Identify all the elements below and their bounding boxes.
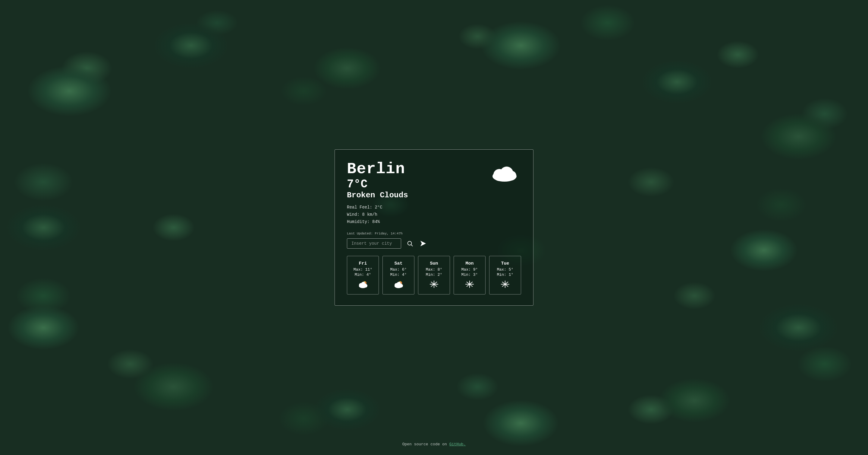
forecast-card-sat: Sat Max: 6° Min: 4° xyxy=(382,256,414,294)
forecast-icon-sun xyxy=(421,280,447,290)
forecast-icon-mon xyxy=(456,280,483,290)
forecast-max-tue: Max: 5° xyxy=(492,267,518,272)
forecast-min-sat: Min: 4° xyxy=(385,273,412,277)
location-icon xyxy=(420,240,427,247)
svg-point-18 xyxy=(400,282,402,284)
main-weather-icon xyxy=(488,161,521,190)
temperature: 7°C xyxy=(347,178,408,191)
forecast-card-fri: Fri Max: 11° Min: 4° xyxy=(347,256,379,294)
forecast-max-mon: Max: 9° xyxy=(456,267,483,272)
svg-point-3 xyxy=(507,171,516,180)
weather-info-left: Berlin 7°C Broken Clouds Real Feel: 2°C … xyxy=(347,161,408,226)
card-header: Berlin 7°C Broken Clouds Real Feel: 2°C … xyxy=(347,161,521,226)
forecast-grid: Fri Max: 11° Min: 4° Sat Max: 6° Min xyxy=(347,256,521,294)
search-row xyxy=(347,238,521,249)
forecast-icon-fri xyxy=(350,280,376,290)
forecast-min-tue: Min: 1° xyxy=(492,273,518,277)
weather-description: Broken Clouds xyxy=(347,191,408,200)
svg-point-11 xyxy=(364,284,367,288)
location-button[interactable] xyxy=(418,239,428,248)
footer: Open source code on GitHub. xyxy=(0,442,868,447)
forecast-max-sun: Max: 8° xyxy=(421,267,447,272)
wind-speed: Wind: 8 km/h xyxy=(347,211,408,219)
humidity: Humidity: 84% xyxy=(347,219,408,226)
svg-point-28 xyxy=(469,283,470,285)
search-button[interactable] xyxy=(405,239,414,248)
forecast-max-sat: Max: 6° xyxy=(385,267,412,272)
svg-point-17 xyxy=(399,284,403,288)
svg-line-5 xyxy=(411,245,412,246)
forecast-card-mon: Mon Max: 9° Min: 3° xyxy=(454,256,486,294)
city-input[interactable] xyxy=(347,238,401,249)
forecast-day-sun: Sun xyxy=(421,261,447,266)
svg-point-4 xyxy=(408,241,412,245)
svg-point-33 xyxy=(504,283,506,285)
svg-point-23 xyxy=(433,283,435,285)
weather-card: Berlin 7°C Broken Clouds Real Feel: 2°C … xyxy=(335,149,533,306)
city-name: Berlin xyxy=(347,161,408,178)
search-icon xyxy=(407,240,413,247)
forecast-min-fri: Min: 4° xyxy=(350,273,376,277)
forecast-min-sun: Min: 2° xyxy=(421,273,447,277)
weather-details: Real Feel: 2°C Wind: 8 km/h Humidity: 84… xyxy=(347,204,408,225)
forecast-day-fri: Fri xyxy=(350,261,376,266)
svg-point-12 xyxy=(365,282,367,284)
real-feel: Real Feel: 2°C xyxy=(347,204,408,211)
forecast-card-tue: Tue Max: 5° Min: 1° xyxy=(489,256,521,294)
forecast-card-sun: Sun Max: 8° Min: 2° xyxy=(418,256,450,294)
forecast-day-sat: Sat xyxy=(385,261,412,266)
footer-text: Open source code on xyxy=(402,442,450,447)
forecast-min-mon: Min: 3° xyxy=(456,273,483,277)
github-link[interactable]: GitHub. xyxy=(450,442,466,447)
forecast-day-tue: Tue xyxy=(492,261,518,266)
last-updated: Last Updated: Friday, 14:47h xyxy=(347,232,521,235)
forecast-max-fri: Max: 11° xyxy=(350,267,376,272)
forecast-icon-tue xyxy=(492,280,518,290)
svg-marker-6 xyxy=(421,241,426,246)
forecast-day-mon: Mon xyxy=(456,261,483,266)
forecast-icon-sat xyxy=(385,280,412,290)
